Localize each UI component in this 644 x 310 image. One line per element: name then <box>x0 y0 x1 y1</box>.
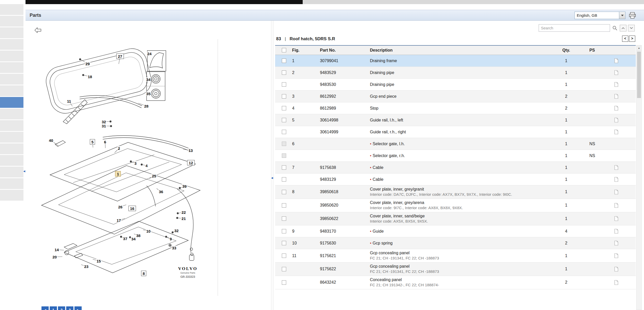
diagram-callout-27[interactable]: 27 <box>116 54 124 59</box>
diagram-callout-18[interactable]: 18 <box>87 75 93 79</box>
ps-document-icon[interactable] <box>614 94 618 99</box>
row-checkbox[interactable] <box>282 70 286 75</box>
diagram-callout-8[interactable]: 8 <box>141 271 146 276</box>
ps-document-icon[interactable] <box>614 241 618 246</box>
print-button[interactable] <box>629 12 637 19</box>
ps-document-icon[interactable] <box>614 129 618 134</box>
diagram-callout-34[interactable]: 34 <box>146 77 151 82</box>
diagram-callout-26[interactable]: 26 <box>118 205 123 209</box>
find-previous-button[interactable] <box>620 25 626 31</box>
pane-divider[interactable] <box>271 21 274 310</box>
row-checkbox[interactable] <box>282 254 286 258</box>
previous-section-button[interactable]: < <box>622 36 628 42</box>
diagram-callout-17[interactable]: 17 <box>116 218 122 223</box>
diagram-callout-5[interactable]: 5 <box>90 139 95 145</box>
diagram-callout-1[interactable]: 1 <box>115 171 121 177</box>
pagination-button[interactable]: 2 <box>58 306 65 310</box>
table-row[interactable]: 39850620 Cover plate, inner, grey/arena … <box>275 199 636 212</box>
pagination-button[interactable]: ◄ <box>41 306 49 310</box>
table-row[interactable]: 2 9483529 Draining pipe 1 <box>275 67 636 79</box>
table-row[interactable]: 9483530 Draining pipe 1 <box>275 79 636 91</box>
row-checkbox[interactable] <box>282 190 286 194</box>
diagram-callout-3[interactable]: 3 <box>134 161 137 166</box>
ps-document-icon[interactable] <box>614 190 618 194</box>
diagram-callout-39[interactable]: 39 <box>182 184 187 189</box>
sidebar-collapse-handle[interactable]: ◀ <box>23 168 26 174</box>
row-checkbox[interactable] <box>282 130 286 134</box>
find-next-button[interactable] <box>628 25 635 31</box>
diagram-callout-21[interactable]: 21 <box>181 216 187 221</box>
sidebar-item[interactable] <box>0 51 23 61</box>
diagram-callout-37[interactable]: 37 <box>123 236 128 241</box>
table-row[interactable]: 39850622 Cover plate, inner, sand/beige … <box>275 212 636 226</box>
row-checkbox[interactable] <box>282 142 286 146</box>
ps-document-icon[interactable] <box>614 58 618 63</box>
diagram-callout-10[interactable]: 10 <box>146 229 151 233</box>
row-checkbox[interactable] <box>282 203 286 208</box>
sidebar-item[interactable] <box>0 27 23 38</box>
table-row[interactable]: 11 9175621 Gcp concealing panel FC 21; C… <box>275 249 636 263</box>
table-row[interactable]: 1 30799041 Draining frame 1 <box>275 55 636 67</box>
table-row[interactable]: •Selector gate, r.h. 1 NS <box>275 150 636 162</box>
diagram-callout-12[interactable]: 12 <box>187 160 195 166</box>
table-scrollbar[interactable]: ▲ <box>636 45 642 310</box>
diagram-callout-4[interactable]: 4 <box>145 164 148 168</box>
ps-document-icon[interactable] <box>614 229 618 234</box>
diagram-callout-38[interactable]: 38 <box>136 233 141 238</box>
pane-collapse-handle[interactable]: ◀ <box>271 175 273 181</box>
sidebar-item[interactable] <box>0 4 23 15</box>
sidebar-item[interactable] <box>0 16 23 27</box>
diagram-callout-16[interactable]: 16 <box>129 206 136 211</box>
ps-document-icon[interactable] <box>614 70 618 75</box>
search-input[interactable] <box>539 24 610 32</box>
diagram-callout-40[interactable]: 40 <box>48 138 54 143</box>
sidebar-item[interactable] <box>0 97 23 108</box>
language-select[interactable]: English, GB <box>574 12 625 19</box>
search-button[interactable] <box>612 25 618 31</box>
table-row[interactable]: 8643242 Concealing panel FC 21; CH 19134… <box>275 276 636 289</box>
table-row[interactable]: 5 30614998 Guide rail, l.h., left 1 <box>275 114 636 126</box>
diagram-callout-2[interactable]: 2 <box>117 146 121 151</box>
sidebar-item[interactable] <box>0 155 23 166</box>
pagination-button[interactable]: 1 <box>50 306 57 310</box>
pagination-button[interactable]: 3 <box>66 306 73 310</box>
diagram-callout-6[interactable]: 6 <box>104 140 107 144</box>
table-row[interactable]: 9483129 •Cable 1 <box>275 174 636 185</box>
diagram-callout-25[interactable]: 25 <box>151 174 157 178</box>
diagram-callout-24[interactable]: 24 <box>147 52 152 56</box>
ps-document-icon[interactable] <box>614 165 618 170</box>
diagram-callout-28[interactable]: 28 <box>144 104 149 108</box>
diagram-callout-29[interactable]: 29 <box>85 62 90 66</box>
sidebar-item[interactable] <box>0 85 23 96</box>
ps-document-icon[interactable] <box>614 177 618 182</box>
diagram-callout-32[interactable]: 32 <box>101 120 107 124</box>
diagram-callout-14[interactable]: 14 <box>54 248 60 252</box>
ps-document-icon[interactable] <box>614 267 618 272</box>
ps-document-icon[interactable] <box>614 280 618 285</box>
row-checkbox[interactable] <box>282 153 286 158</box>
table-row[interactable]: 4 8612989 Stop 2 <box>275 102 636 114</box>
row-checkbox[interactable] <box>282 59 286 63</box>
diagram-callout-23[interactable]: 23 <box>84 264 89 269</box>
table-row[interactable]: 9 9483170 •Guide 4 <box>275 225 636 237</box>
row-checkbox[interactable] <box>282 241 286 245</box>
diagram-callout-36[interactable]: 36 <box>158 190 164 194</box>
sidebar-item[interactable] <box>0 74 23 85</box>
ps-document-icon[interactable] <box>614 118 618 123</box>
row-checkbox[interactable] <box>282 165 286 170</box>
row-checkbox[interactable] <box>282 177 286 182</box>
diagram-callout-35[interactable]: 35 <box>146 92 151 96</box>
diagram-callout-33[interactable]: 33 <box>172 246 177 250</box>
row-checkbox[interactable] <box>282 229 286 233</box>
table-row[interactable]: 8 39850618 Cover plate, inner, grey/gran… <box>275 185 636 199</box>
diagram-callout-15[interactable]: 15 <box>96 259 101 263</box>
sidebar-item[interactable] <box>0 120 23 131</box>
diagram-callout-9[interactable]: 9 <box>169 237 172 241</box>
row-checkbox[interactable] <box>282 267 286 271</box>
diagram-callout-31[interactable]: 31 <box>101 124 107 128</box>
ps-document-icon[interactable] <box>614 203 618 208</box>
row-checkbox[interactable] <box>282 280 286 285</box>
table-row[interactable]: 6 •Selector gate, l.h. 1 NS <box>275 138 636 150</box>
sidebar-item[interactable] <box>0 178 23 189</box>
sidebar-item[interactable] <box>0 62 23 73</box>
